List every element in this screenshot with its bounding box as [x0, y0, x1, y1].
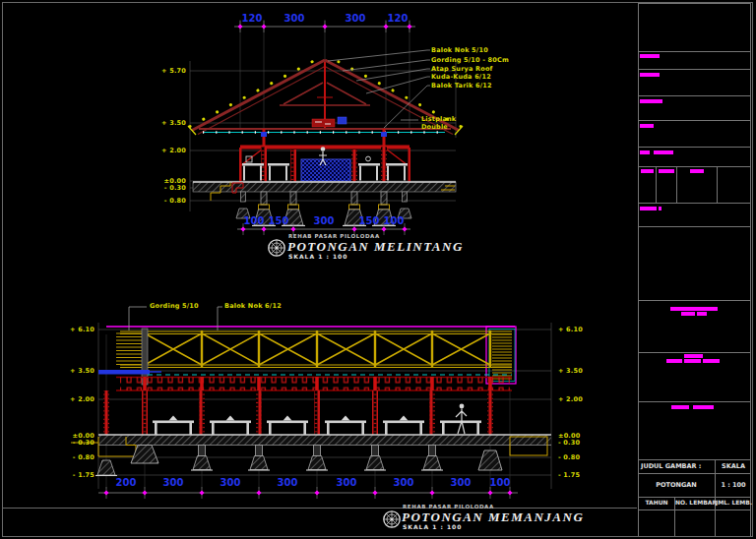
cad-sheet: 120 300 300 120 100 150 300 150 100 + 5.… — [0, 0, 756, 539]
titleblock-drawing-title: POTONGAN — [639, 482, 714, 489]
elevation-label: + 2.00 — [70, 396, 94, 403]
titleblock-row — [638, 120, 751, 148]
drawing1-scale: SKALA 1 : 100 — [288, 254, 347, 260]
drawing1-title: POTONGAN MELINTANG — [287, 240, 464, 253]
dim-label: 300 — [278, 478, 298, 488]
stall-table — [210, 416, 251, 436]
titleblock-text-bar — [640, 150, 650, 154]
callout-label: Gording 5/10 — [150, 303, 199, 310]
titleblock-text-bar — [697, 312, 707, 316]
titleblock-scale-value: 1 : 100 — [716, 482, 751, 489]
titleblock-cell-divider — [676, 166, 677, 204]
titleblock-text-bar — [703, 359, 720, 363]
titleblock-tahun-label: TAHUN — [639, 500, 674, 506]
titleblock-text-bar — [670, 307, 718, 311]
drawing2-columns — [103, 390, 493, 435]
dim-label: 100 — [490, 478, 511, 488]
elevation-label: + 3.50 — [161, 120, 186, 127]
titleblock-text-bar — [640, 99, 662, 103]
dim-label: 300 — [220, 478, 241, 488]
callout-label: Double — [421, 124, 448, 131]
stall-table — [383, 416, 424, 436]
dim-label: 300 — [284, 14, 305, 24]
dim-label: 300 — [337, 478, 357, 488]
titleblock-text-bar — [684, 354, 703, 358]
titleblock-text-bar — [640, 73, 660, 77]
elevation-label: - 0.30 — [558, 440, 580, 447]
dim-label: 300 — [314, 216, 335, 226]
titleblock-row — [638, 226, 751, 301]
drawing2-bottom-dimension — [98, 487, 518, 499]
dim-label: 120 — [388, 14, 409, 24]
dim-label: 300 — [163, 478, 184, 488]
drawing2-title: POTONGAN MEMANJANG — [402, 510, 584, 523]
dim-label: 300 — [451, 478, 472, 488]
titleblock-text-bar — [654, 150, 673, 154]
titleblock-row — [638, 401, 751, 460]
titleblock-text-bar — [681, 312, 695, 316]
titleblock-text-bar — [684, 359, 701, 363]
elevation-label: - 1.75 — [558, 472, 580, 479]
stall-table — [153, 416, 194, 436]
elevation-label: + 6.10 — [70, 327, 94, 333]
elevation-label: - 1.75 — [73, 472, 94, 479]
titleblock-judul-label: JUDUL GAMBAR : — [641, 463, 701, 470]
titleblock-jml-lemb-label: JML. LEMB. — [716, 500, 751, 506]
titleblock-text-bar — [659, 207, 662, 210]
titleblock-text-bar — [666, 359, 682, 363]
titleblock-cell-divider — [656, 166, 657, 204]
dim-label: 150 — [269, 216, 289, 226]
elevation-label: + 2.00 — [558, 396, 583, 403]
elevation-label: - 0.80 — [73, 454, 94, 461]
elevation-label: + 2.00 — [161, 148, 186, 154]
elevation-label: - 0.80 — [558, 454, 580, 461]
dim-label: 120 — [242, 14, 263, 24]
dim-label: 300 — [394, 478, 414, 488]
elevation-label: + 5.70 — [161, 68, 186, 75]
callout-label: Gording 5/10 - 80Cm — [431, 57, 509, 64]
elevation-label: - 0.80 — [164, 198, 186, 205]
elevation-label: - 0.30 — [73, 440, 94, 447]
stall-table — [325, 416, 366, 436]
titleblock-row — [638, 509, 751, 537]
callout-label: Balok Nok 6/12 — [224, 303, 282, 310]
callout-label: Balok Nok 5/10 — [431, 47, 488, 54]
elevation-label: + 6.10 — [558, 327, 583, 333]
callout-label: Balok Tarik 6/12 — [431, 83, 492, 90]
titleblock-text-bar — [671, 405, 689, 409]
dim-label: 150 — [359, 216, 380, 226]
person-figure — [456, 404, 467, 434]
titleblock-text-bar — [641, 169, 654, 173]
titleblock-cell-divider — [717, 166, 718, 204]
stall-table — [267, 416, 308, 436]
titleblock-text-bar — [659, 169, 674, 173]
callout-label: Listplank — [421, 116, 456, 123]
titleblock-skala-label: SKALA — [716, 463, 751, 470]
title-logo-icon — [267, 238, 286, 258]
drawing2-vent-band — [116, 377, 512, 390]
dim-label: 100 — [384, 216, 405, 226]
titleblock-text-bar — [693, 405, 714, 409]
titleblock-text-bar — [640, 207, 657, 210]
callout-label: Kuda-Kuda 6/12 — [431, 74, 491, 81]
dim-label: 100 — [244, 216, 265, 226]
sheet-divider-line — [2, 508, 637, 509]
drawing2-foundation — [71, 435, 551, 476]
callout-label: Atap Surya Roof — [431, 66, 493, 73]
drawing2-roof-band — [98, 327, 516, 385]
dim-label: 200 — [116, 478, 137, 488]
titleblock-text-bar — [690, 169, 704, 173]
titleblock-text-bar — [640, 124, 654, 128]
elevation-label: + 3.50 — [558, 368, 583, 375]
drawing2-scale: SKALA 1 : 100 — [403, 524, 462, 530]
titleblock-text-bar — [640, 54, 660, 58]
elevation-label: - 0.30 — [164, 185, 186, 192]
dim-label: 300 — [346, 14, 366, 24]
title-logo-icon — [382, 509, 402, 529]
titleblock-no-lembar-label: NO. LEMBAR — [675, 500, 714, 506]
elevation-label: + 3.50 — [70, 368, 94, 375]
titleblock-row — [638, 3, 751, 52]
